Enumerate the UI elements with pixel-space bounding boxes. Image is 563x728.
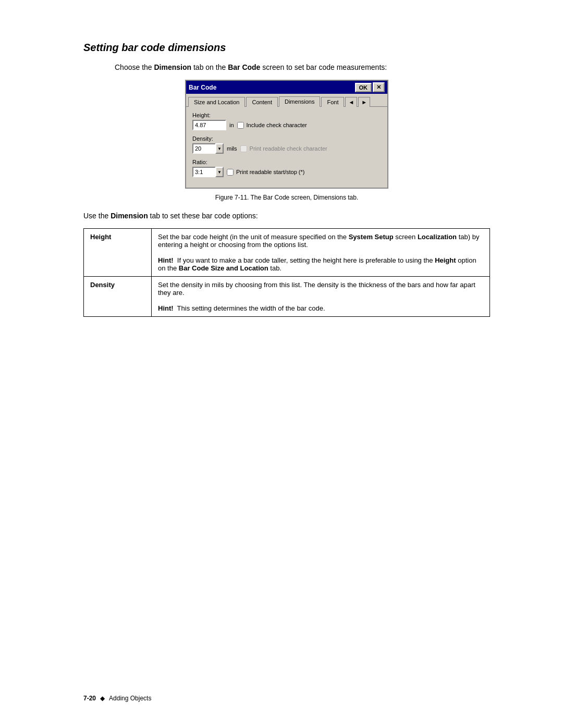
ratio-label: Ratio: [192,159,381,165]
density-row: ▼ mils Print readable check character [192,143,381,154]
options-table: Height Set the bar code height (in the u… [83,228,490,317]
tab-font[interactable]: Font [321,97,344,107]
use-paragraph: Use the Dimension tab to set these bar c… [83,212,490,220]
print-readable-start-row: Print readable start/stop (*) [227,169,304,176]
height-hint: Hint! If you want to make a bar code tal… [158,256,476,272]
print-readable-start-label: Print readable start/stop (*) [236,169,304,175]
density-unit: mils [227,145,237,152]
tab-arrow-right[interactable]: ► [358,97,370,107]
tab-dimensions[interactable]: Dimensions [279,96,320,107]
height-label: Height: [192,112,381,118]
ratio-dropdown-arrow[interactable]: ▼ [215,167,224,177]
term-height: Height [90,233,111,241]
density-hint: Hint! This setting determines the width … [158,304,325,312]
print-readable-check-row: Print readable check character [240,145,327,152]
tab-arrow-left[interactable]: ◄ [345,97,357,107]
section-title: Setting bar code dimensions [83,42,490,54]
tab-content[interactable]: Content [246,97,278,107]
term-cell-height: Height [84,229,152,277]
term-cell-density: Density [84,277,152,317]
print-readable-check-checkbox[interactable] [240,145,247,152]
print-readable-check-label: Print readable check character [250,145,327,152]
desc-cell-density: Set the density in mils by choosing from… [152,277,490,317]
dialog-titlebar: Bar Code OK ✕ [186,81,387,94]
titlebar-buttons: OK ✕ [355,82,385,92]
density-desc: Set the density in mils by choosing from… [158,281,475,297]
close-button[interactable]: ✕ [373,82,385,92]
height-unit: in [229,122,234,128]
page-footer: 7-20 ◆ Adding Objects [0,695,563,702]
density-dropdown-arrow[interactable]: ▼ [215,143,224,154]
height-input[interactable] [192,120,226,130]
height-row: in Include check character [192,120,381,130]
dialog-content: Height: in Include check character Densi… [186,107,387,188]
table-row: Density Set the density in mils by choos… [84,277,490,317]
table-row: Height Set the bar code height (in the u… [84,229,490,277]
ratio-input[interactable] [192,167,216,177]
page-container: Setting bar code dimensions Choose the D… [0,0,563,728]
density-label: Density: [192,135,381,142]
density-select-wrapper: ▼ [192,143,224,154]
include-check-char-label: Include check character [247,122,307,128]
desc-cell-height: Set the bar code height (in the unit of … [152,229,490,277]
dialog-box: Bar Code OK ✕ Size and Location Content … [185,80,388,189]
dialog-tabs: Size and Location Content Dimensions Fon… [186,94,387,107]
figure-caption: Figure 7-11. The Bar Code screen, Dimens… [83,194,490,201]
include-check-char-checkbox[interactable] [237,122,244,129]
ratio-select-wrapper: ▼ [192,167,224,177]
intro-paragraph: Choose the Dimension tab on the Bar Code… [115,63,490,71]
tab-size-location[interactable]: Size and Location [188,97,245,107]
footer-page-number: 7-20 [83,695,96,702]
include-check-char-row: Include check character [237,122,307,129]
dialog-title: Bar Code [189,84,216,91]
ok-button[interactable]: OK [355,83,372,92]
term-density: Density [90,281,115,289]
density-input[interactable] [192,143,216,154]
dialog-wrapper: Bar Code OK ✕ Size and Location Content … [83,80,490,189]
footer-section-name: Adding Objects [109,695,151,702]
height-desc: Set the bar code height (in the unit of … [158,233,479,249]
ratio-row: ▼ Print readable start/stop (*) [192,167,381,177]
footer-bullet: ◆ [100,695,105,702]
print-readable-start-checkbox[interactable] [227,169,234,176]
